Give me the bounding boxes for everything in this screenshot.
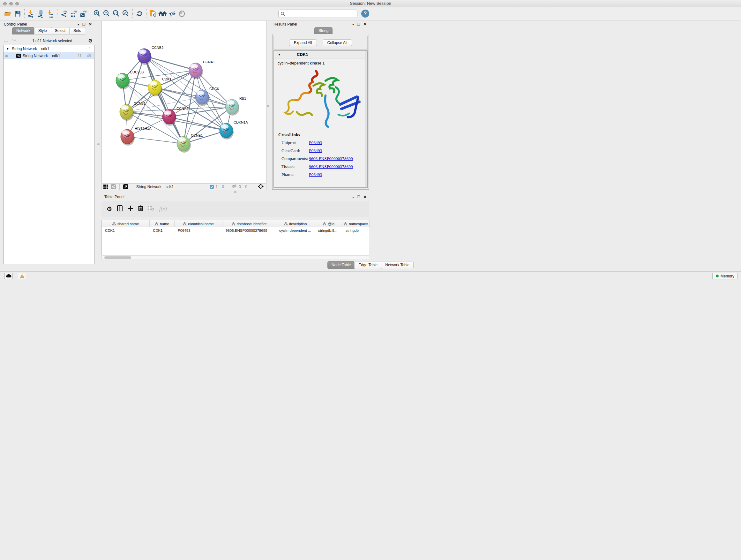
zoom-fit-button[interactable] [111,9,121,18]
table-hscrollbar-thumb[interactable] [105,256,131,259]
crosslink-value-link[interactable]: P06493 [309,172,322,177]
save-session-button[interactable] [13,9,22,18]
left-splitter-handle[interactable] [97,143,99,145]
cloud-status-button[interactable] [4,273,13,279]
export-table-button[interactable] [69,9,78,18]
add-column-icon[interactable] [128,206,133,212]
toolbar-separator [24,9,24,18]
node-ccne1[interactable]: CCNE1 [177,133,203,152]
network-canvas[interactable]: CCNB2CCNA1CDC25BCDK1CDC6RB1CCNB1CCNA2CDK… [102,21,266,183]
node-ccnb2[interactable]: CCNB2 [138,46,163,65]
network-row[interactable]: String Network – cdk1 11 48 [3,52,94,59]
expand-all-icon[interactable]: ⌃⌃ [11,39,16,43]
birdseye-grid-icon[interactable] [102,184,110,190]
section-collapse-icon[interactable]: ▼ [274,53,285,56]
crosslink-value-link[interactable]: 9606.ENSP00000378699 [309,156,353,161]
expand-all-button[interactable]: Expand All [289,39,317,46]
control-panel-tabs: NetworkStyleSelectSets [12,27,85,35]
export-network-button[interactable] [59,9,69,18]
network-collection-row[interactable]: ▼ String Network – cdk1 1 [3,45,94,52]
table-row[interactable]: CDK1CDK1P064939606.ENSP00000378699cyclin… [102,227,369,234]
detach-view-icon[interactable] [122,184,130,190]
column-header-namespace[interactable]: namespace [342,220,369,227]
import-table-file-button[interactable] [46,9,55,18]
network-options-gear-icon[interactable]: ⚙ [88,38,92,44]
tab-string[interactable]: String [314,27,333,35]
tab-sets[interactable]: Sets [69,27,85,35]
zoom-in-icon [93,10,101,18]
collapse-all-icon[interactable]: ⌄⌄ [3,39,8,43]
show-panels-button[interactable] [177,9,187,18]
node-cdkn1a[interactable]: CDKN1A [219,120,248,139]
network-overview-button[interactable] [158,9,167,18]
show-columns-icon[interactable] [117,205,123,212]
node-rb1[interactable]: RB1 [225,97,246,116]
title-bar: Session: New Session [0,0,370,7]
zoom-out-button[interactable] [102,9,111,18]
refresh-button[interactable] [135,9,144,18]
panel-float-icon[interactable]: ❐ [357,195,360,199]
zoom-selected-button[interactable] [121,9,131,18]
export-image-button[interactable] [78,9,88,18]
center-view-crosshair-icon[interactable] [258,184,264,190]
panel-float-icon[interactable]: ❐ [82,22,85,26]
results-scrollbar[interactable] [365,51,367,187]
zoom-in-button[interactable] [92,9,102,18]
tab-style[interactable]: Style [34,27,51,35]
tab-select[interactable]: Select [51,27,70,35]
column-header-canonical-name[interactable]: canonical name [175,220,222,227]
cell-database-identifier[interactable]: 9606.ENSP00000378699 [222,229,276,233]
panel-menu-icon[interactable]: ▾ [352,23,354,26]
cell-namespace[interactable]: stringdb [342,229,369,233]
column-header-shared-name[interactable]: shared name [102,220,150,227]
crosslink-value-link[interactable]: P06493 [309,140,322,145]
panel-close-icon[interactable]: ✕ [89,22,92,26]
cell-name[interactable]: CDK1 [150,229,175,233]
right-splitter-handle[interactable] [267,105,269,107]
cell-description[interactable]: cyclin-dependent ... [276,229,315,233]
cell--id[interactable]: stringdb:9... [315,229,342,233]
collapse-all-button[interactable]: Collapse All [323,39,352,46]
tab-node-table[interactable]: Node Table [327,261,355,269]
import-network-file-button[interactable] [26,9,36,18]
selected-checkbox-icon[interactable] [210,185,214,189]
network-share-icon[interactable] [110,184,117,190]
panel-close-icon[interactable]: ✕ [363,22,367,26]
warnings-button[interactable] [18,273,26,279]
node-label-cdc25b: CDC25B [130,70,144,74]
panel-close-icon[interactable]: ✕ [363,195,367,199]
edge-ccnb2-ccne1[interactable] [144,56,184,144]
hide-panels-button[interactable] [167,9,177,18]
table-hscrollbar[interactable] [102,256,369,260]
cdk1-section-header[interactable]: ▼ CDK1 [274,51,367,58]
column-header--id[interactable]: @id [315,220,342,227]
panel-menu-icon[interactable]: ▾ [352,195,354,199]
cell-shared-name[interactable]: CDK1 [102,229,150,233]
node-cdc6[interactable]: CDC6 [195,87,219,106]
node-cdc25b[interactable]: CDC25B [116,70,144,89]
results-panel-tabs: String [314,27,333,35]
table-options-gear-icon[interactable]: ⚙ [107,205,112,212]
cell-canonical-name[interactable]: P06493 [175,229,222,233]
tab-network[interactable]: Network [12,27,35,35]
column-header-name[interactable]: name [150,220,175,227]
column-header-database-identifier[interactable]: database identifier [222,220,276,227]
import-network-database-button[interactable] [36,9,46,18]
panel-menu-icon[interactable]: ▾ [77,23,79,26]
tab-edge-table[interactable]: Edge Table [354,261,370,269]
panel-float-icon[interactable]: ❐ [357,22,360,26]
zoom-selected-icon [122,10,130,18]
tree-expander-icon[interactable]: ▼ [3,47,12,51]
node-hist1h1a[interactable]: HIST1H1A [121,126,151,145]
crosslink-value-link[interactable]: 9606.ENSP00000378699 [309,164,353,169]
crosslink-value-link[interactable]: P06493 [309,148,322,153]
search-input[interactable] [286,11,355,16]
help-button[interactable]: ? [361,10,369,17]
crosslink-row: Compartments:9606.ENSP00000378699 [281,156,367,161]
bottom-splitter-handle[interactable] [234,191,237,193]
annotation-button[interactable] [148,9,158,18]
column-header-description[interactable]: description [276,220,315,227]
delete-column-icon[interactable] [138,205,143,212]
edge-ccne1-hist1h1a[interactable] [127,137,184,144]
open-session-button[interactable] [3,9,13,18]
